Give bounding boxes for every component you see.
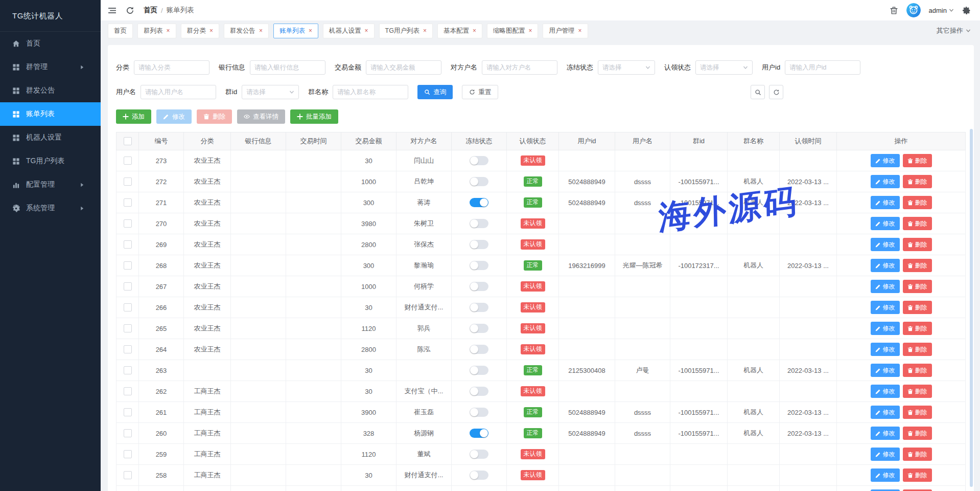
edit-button[interactable]: 修改 [871, 322, 900, 335]
edit-button[interactable]: 修改 [871, 154, 900, 167]
column-header[interactable]: 分类 [184, 132, 231, 150]
frozen-toggle[interactable] [470, 345, 488, 354]
tab[interactable]: 缩略图配置× [487, 24, 539, 38]
delete-button[interactable]: 删除 [903, 196, 932, 209]
filter-input[interactable] [482, 60, 557, 75]
edit-button[interactable]: 修改 [871, 385, 900, 398]
row-checkbox[interactable] [124, 219, 132, 228]
toolbar-button[interactable]: 查看详情 [237, 109, 285, 124]
delete-button[interactable]: 删除 [903, 154, 932, 167]
delete-button[interactable]: 删除 [903, 280, 932, 293]
row-checkbox[interactable] [124, 471, 132, 479]
toolbar-button[interactable]: 批量添加 [290, 109, 338, 124]
column-header[interactable]: 认领状态 [507, 132, 559, 150]
user-menu[interactable]: admin [929, 7, 954, 14]
edit-button[interactable]: 修改 [871, 448, 900, 461]
search-button[interactable]: 查询 [417, 85, 453, 99]
select-all-checkbox[interactable] [124, 137, 132, 145]
sidebar-item[interactable]: 账单列表 [0, 102, 101, 126]
more-actions-dropdown[interactable]: 其它操作 [937, 26, 971, 35]
frozen-toggle[interactable] [470, 219, 488, 228]
column-header[interactable]: 用户名 [615, 132, 670, 150]
delete-button[interactable]: 删除 [903, 217, 932, 230]
frozen-toggle[interactable] [470, 261, 488, 270]
row-checkbox[interactable] [124, 198, 132, 207]
row-checkbox[interactable] [124, 282, 132, 291]
toolbar-button[interactable]: 添加 [116, 109, 151, 124]
frozen-toggle[interactable] [470, 324, 488, 333]
frozen-toggle[interactable] [470, 366, 488, 375]
edit-button[interactable]: 修改 [871, 196, 900, 209]
row-checkbox[interactable] [124, 177, 132, 186]
delete-button[interactable]: 删除 [903, 364, 932, 377]
edit-button[interactable]: 修改 [871, 301, 900, 314]
delete-button[interactable]: 删除 [903, 343, 932, 356]
edit-button[interactable]: 修改 [871, 238, 900, 251]
edit-button[interactable]: 修改 [871, 364, 900, 377]
column-header[interactable]: 银行信息 [231, 132, 286, 150]
row-checkbox[interactable] [124, 450, 132, 458]
delete-button[interactable]: 删除 [903, 448, 932, 461]
filter-input[interactable] [366, 60, 441, 75]
delete-button[interactable]: 删除 [903, 322, 932, 335]
delete-button[interactable]: 删除 [903, 427, 932, 440]
table-scrollbar[interactable] [970, 129, 973, 487]
row-checkbox[interactable] [124, 387, 132, 395]
column-header[interactable]: 群名称 [728, 132, 780, 150]
table-search-button[interactable] [751, 85, 765, 99]
close-tab-icon[interactable]: × [365, 28, 368, 34]
filter-select[interactable]: 请选择 [695, 60, 753, 75]
sidebar-item[interactable]: 机器人设置 [0, 126, 101, 149]
filter-input[interactable] [141, 85, 216, 99]
edit-button[interactable]: 修改 [871, 280, 900, 293]
frozen-toggle[interactable] [470, 303, 488, 312]
close-tab-icon[interactable]: × [578, 28, 581, 34]
tab[interactable]: 群列表× [137, 24, 176, 38]
sidebar-item[interactable]: TG用户列表 [0, 149, 101, 173]
filter-input[interactable] [250, 60, 325, 75]
collapse-menu-icon[interactable] [108, 6, 116, 15]
close-tab-icon[interactable]: × [259, 28, 263, 34]
column-header[interactable]: 群id [670, 132, 728, 150]
row-checkbox[interactable] [124, 261, 132, 270]
row-checkbox[interactable] [124, 240, 132, 249]
filter-select[interactable]: 请选择 [598, 60, 655, 75]
close-tab-icon[interactable]: × [473, 28, 476, 34]
table-refresh-button[interactable] [769, 85, 783, 99]
sidebar-item[interactable]: 群发公告 [0, 79, 101, 102]
frozen-toggle[interactable] [470, 471, 488, 480]
breadcrumb-home[interactable]: 首页 [144, 6, 157, 15]
toolbar-button[interactable]: 删除 [197, 109, 232, 124]
sidebar-item[interactable]: 群管理 [0, 55, 101, 79]
row-checkbox[interactable] [124, 324, 132, 332]
frozen-toggle[interactable] [470, 408, 488, 417]
tab[interactable]: 群发公告× [224, 24, 269, 38]
close-tab-icon[interactable]: × [309, 28, 312, 34]
reset-button[interactable]: 重置 [462, 85, 498, 99]
close-tab-icon[interactable]: × [209, 28, 213, 34]
sidebar-item[interactable]: 首页 [0, 32, 101, 55]
trash-icon[interactable] [890, 6, 898, 15]
delete-button[interactable]: 删除 [903, 468, 932, 482]
tab[interactable]: 用户管理× [543, 24, 588, 38]
row-checkbox[interactable] [124, 157, 132, 165]
tab[interactable]: 基本配置× [437, 24, 482, 38]
delete-button[interactable]: 删除 [903, 301, 932, 314]
row-checkbox[interactable] [124, 408, 132, 416]
row-checkbox[interactable] [124, 429, 132, 437]
edit-button[interactable]: 修改 [871, 468, 900, 482]
edit-button[interactable]: 修改 [871, 343, 900, 356]
edit-button[interactable]: 修改 [871, 427, 900, 440]
delete-button[interactable]: 删除 [903, 406, 932, 419]
delete-button[interactable]: 删除 [903, 259, 932, 272]
column-header[interactable]: 冻结状态 [452, 132, 507, 150]
tab[interactable]: 首页 [108, 24, 133, 38]
delete-button[interactable]: 删除 [903, 175, 932, 188]
column-header[interactable]: 编号 [139, 132, 184, 150]
column-header[interactable]: 认领时间 [780, 132, 837, 150]
filter-select[interactable]: 请选择 [242, 85, 299, 99]
edit-button[interactable]: 修改 [871, 217, 900, 230]
close-tab-icon[interactable]: × [167, 28, 170, 34]
frozen-toggle[interactable] [470, 429, 488, 438]
sidebar-item[interactable]: 配置管理 [0, 173, 101, 196]
